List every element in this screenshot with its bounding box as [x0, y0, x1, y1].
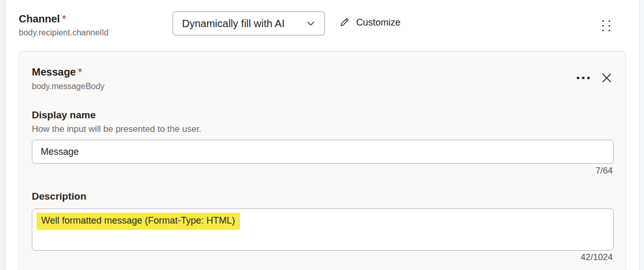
right-panel-edge [639, 0, 644, 270]
pencil-icon [339, 17, 350, 28]
display-name-input[interactable] [32, 140, 614, 164]
input-configuration-panel: Channel* body.recipient.channelId Dynami… [0, 0, 644, 270]
description-highlighted-text: Well formatted message (Format-Type: HTM… [37, 213, 240, 230]
close-icon [601, 72, 613, 84]
channel-field-label: Channel* [19, 13, 66, 25]
chevron-down-icon [306, 18, 316, 29]
required-asterisk: * [78, 66, 82, 78]
channel-label-text: Channel [19, 13, 60, 24]
message-card-title: Message* [32, 66, 82, 78]
description-textarea[interactable]: Well formatted message (Format-Type: HTM… [32, 208, 614, 251]
dropdown-selected-value: Dynamically fill with AI [182, 18, 285, 30]
card-action-buttons [576, 71, 613, 84]
message-binding-path: body.messageBody [32, 82, 104, 91]
customize-button-label: Customize [356, 17, 400, 28]
message-input-card: Message* body.messageBody Display name H… [19, 51, 626, 270]
drag-handle-dots-icon[interactable] [602, 20, 610, 31]
left-panel-edge [0, 0, 6, 270]
close-card-button[interactable] [601, 71, 613, 84]
channel-fill-mode-dropdown[interactable]: Dynamically fill with AI [173, 11, 325, 35]
ellipsis-icon [576, 76, 590, 80]
more-options-button[interactable] [576, 71, 590, 84]
description-char-counter: 42/1024 [581, 252, 613, 263]
description-label: Description [32, 191, 87, 202]
customize-button[interactable]: Customize [339, 15, 400, 30]
message-title-text: Message [32, 66, 76, 78]
display-name-char-counter: 7/64 [596, 166, 613, 176]
display-name-hint: How the input will be presented to the u… [32, 124, 201, 134]
required-asterisk: * [62, 13, 66, 24]
display-name-label: Display name [32, 109, 96, 121]
channel-binding-path: body.recipient.channelId [19, 28, 108, 38]
